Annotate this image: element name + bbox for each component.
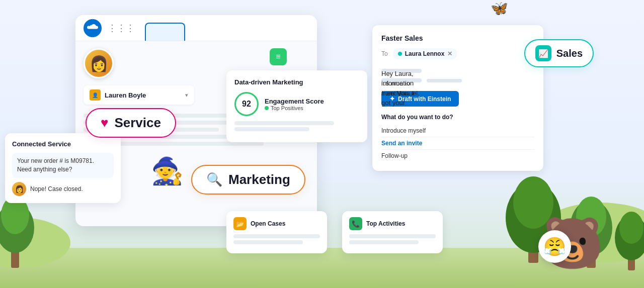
marketing-search-icon: 🔍: [206, 172, 222, 187]
connected-service-card: Connected Service Your new order # is M0…: [5, 133, 121, 203]
open-cases-icon: 📂: [233, 217, 247, 230]
ddm-card: Data-driven Marketing 92 Engagement Scor…: [226, 70, 367, 142]
active-tab[interactable]: [145, 23, 185, 41]
open-cases-label: Open Cases: [251, 220, 285, 227]
cs-reply-text: Nope! Case closed.: [30, 185, 83, 193]
top-activities-icon: 📞: [349, 217, 362, 230]
cs-title: Connected Service: [12, 140, 114, 148]
fs-recipient-tag[interactable]: Laura Lennox ✕: [393, 48, 458, 59]
fs-option-introduce[interactable]: Introduce myself: [381, 125, 534, 137]
fs-title: Faster Sales: [381, 34, 534, 42]
fs-option-send-invite[interactable]: Send an invite: [381, 137, 534, 150]
fs-body: Hey Laura, it's nice to meet you. I got …: [381, 65, 534, 85]
service-heart-icon: ♥: [101, 115, 108, 131]
faster-sales-card: Faster Sales To Laura Lennox ✕ Hey Laura…: [372, 25, 543, 171]
svg-point-11: [619, 212, 643, 244]
score-info: Engagement Score Top Positives: [265, 98, 324, 111]
ddm-score-row: 92 Engagement Score Top Positives: [234, 92, 359, 116]
wizard-character: 🧙: [151, 156, 184, 186]
score-label: Engagement Score: [265, 98, 324, 105]
positives-label: Top Positives: [271, 105, 303, 111]
fs-to-row: To Laura Lennox ✕: [381, 48, 534, 59]
top-activities-card: 📞 Top Activities: [342, 211, 443, 253]
open-cases-card: 📂 Open Cases: [226, 211, 327, 253]
tree-right3-icon: [614, 205, 644, 270]
butterfly-icon: 🦋: [491, 0, 508, 17]
dot-green-icon: [265, 106, 269, 110]
cs-message: Your new order # is M09781. Need anythin…: [12, 153, 114, 178]
user-row[interactable]: 👤 Lauren Boyle ▾: [84, 85, 194, 105]
fs-what-label: What do you want to do?: [381, 114, 534, 121]
fs-to-label: To: [381, 50, 388, 57]
user-name: Lauren Boyle: [105, 91, 181, 99]
sales-badge[interactable]: 📈 Sales: [524, 39, 594, 67]
open-cases-title: 📂 Open Cases: [233, 217, 320, 230]
score-sub: Top Positives: [265, 105, 324, 111]
remove-recipient-icon[interactable]: ✕: [447, 50, 452, 57]
fs-option-followup[interactable]: Follow-up: [381, 150, 534, 162]
open-cases-lines: [233, 234, 320, 244]
sales-badge-icon: 📈: [535, 45, 551, 61]
tab-bar: [145, 15, 309, 41]
marketing-label: Marketing: [228, 172, 290, 187]
draft-button-label: Draft with Einstein: [398, 95, 451, 103]
fs-body-line2: information from Manuel.: [381, 78, 422, 82]
einstein-icon: ✦: [389, 95, 395, 103]
top-activities-lines: [349, 234, 436, 244]
fs-body-placeholder: [427, 79, 462, 82]
fs-body-line1: Hey Laura, it's nice to meet you. I got …: [381, 69, 422, 73]
list-icon: ≡: [270, 48, 287, 65]
salesforce-logo: [84, 19, 102, 37]
ddm-lines: [234, 121, 359, 131]
top-activities-label: Top Activities: [366, 220, 405, 227]
cs-reply-row: 👩 Nope! Case closed.: [12, 182, 114, 196]
dot-teal-icon: [398, 52, 402, 56]
sales-badge-label: Sales: [556, 48, 583, 59]
cs-avatar: 👩: [12, 182, 26, 196]
ddm-title: Data-driven Marketing: [234, 78, 359, 86]
marketing-badge[interactable]: 🔍 Marketing: [191, 165, 305, 195]
service-label: Service: [114, 115, 161, 131]
grid-icon[interactable]: ⋮⋮⋮: [108, 23, 135, 34]
avatar: 👩: [84, 48, 114, 78]
service-badge[interactable]: ♥ Service: [86, 108, 176, 138]
top-activities-title: 📞 Top Activities: [349, 217, 436, 230]
recipient-name: Laura Lennox: [405, 50, 445, 57]
avatar-face: 👩: [90, 55, 108, 72]
angry-face-badge: 😤: [538, 230, 571, 263]
score-circle: 92: [234, 92, 259, 116]
window-topbar: ⋮⋮⋮: [75, 15, 317, 41]
user-icon: 👤: [90, 89, 101, 101]
chevron-down-icon: ▾: [185, 92, 188, 99]
